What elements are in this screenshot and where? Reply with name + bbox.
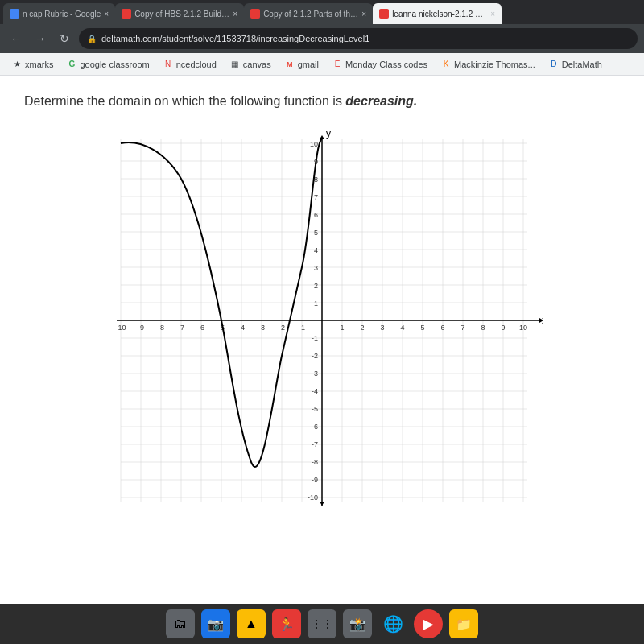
tab-bar: n cap Rubric - Google × Copy of HBS 2.1.… <box>0 0 644 24</box>
canvas-icon: ▦ <box>229 59 241 70</box>
svg-text:-2: -2 <box>279 324 285 332</box>
bookmarks-bar: ★ xmarks G google classroom N ncedcloud … <box>0 53 644 76</box>
svg-text:-4: -4 <box>312 387 318 395</box>
svg-text:-2: -2 <box>312 352 318 360</box>
tab-3[interactable]: Copy of 2.1.2 Parts of the brain × <box>244 3 373 24</box>
tab-2-icon <box>122 9 131 19</box>
tab-3-close[interactable]: × <box>361 10 366 19</box>
svg-text:1: 1 <box>314 299 318 308</box>
bookmark-google-classroom-label: google classroom <box>80 60 149 69</box>
x-axis-label: x <box>542 315 543 326</box>
bookmark-monday-class-codes-label: Monday Class codes <box>345 60 427 69</box>
address-bar-row: ← → ↻ 🔒 deltamath.com/student/solve/1153… <box>0 24 644 53</box>
bookmark-ncedcloud[interactable]: N ncedcloud <box>158 57 221 72</box>
bookmark-gmail-label: gmail <box>298 60 319 69</box>
bookmark-mackinzie-label: Mackinzie Thomas... <box>454 60 535 69</box>
svg-text:-1: -1 <box>312 334 318 342</box>
browser-chrome: n cap Rubric - Google × Copy of HBS 2.1.… <box>0 0 644 76</box>
bookmark-canvas-label: canvas <box>243 60 271 69</box>
bookmark-mackinzie[interactable]: K Mackinzie Thomas... <box>436 57 540 72</box>
mackinzie-icon: K <box>440 59 452 70</box>
lock-icon: 🔒 <box>87 35 97 43</box>
svg-text:-4: -4 <box>238 324 245 332</box>
question-text: Determine the domain on which the follow… <box>0 76 644 119</box>
svg-text:6: 6 <box>314 211 318 219</box>
graph-container: x y -10 -9 -8 -7 -6 -5 -4 -3 -2 -1 1 2 3… <box>0 119 644 522</box>
tab-1-icon <box>10 9 19 19</box>
tab-4-icon <box>379 9 389 19</box>
tab-4-label: leanna nickelson-2.1.2 Parts of <box>392 10 487 19</box>
svg-text:-6: -6 <box>312 423 318 431</box>
tab-1-label: n cap Rubric - Google <box>23 10 101 19</box>
back-button[interactable]: ← <box>6 29 26 48</box>
bookmark-ncedcloud-label: ncedcloud <box>176 60 217 69</box>
svg-text:-10: -10 <box>115 324 126 332</box>
svg-text:2: 2 <box>360 324 364 332</box>
svg-text:10: 10 <box>519 324 527 332</box>
xmarks-icon: ★ <box>11 59 23 70</box>
tab-2[interactable]: Copy of HBS 2.1.2 Build a Brain × <box>115 3 244 24</box>
refresh-button[interactable]: ↻ <box>55 29 74 48</box>
svg-text:5: 5 <box>420 324 424 332</box>
bookmark-google-classroom[interactable]: G google classroom <box>61 57 154 72</box>
address-bar[interactable]: 🔒 deltamath.com/student/solve/11533718/i… <box>79 28 638 49</box>
tab-3-label: Copy of 2.1.2 Parts of the brain <box>263 10 358 19</box>
svg-text:3: 3 <box>380 324 384 332</box>
tab-2-label: Copy of HBS 2.1.2 Build a Brain <box>134 10 229 19</box>
monday-class-codes-icon: E <box>332 59 343 70</box>
question-emphasis: decreasing. <box>345 94 417 108</box>
tab-3-icon <box>250 9 260 19</box>
tab-2-close[interactable]: × <box>233 10 237 19</box>
forward-button[interactable]: → <box>31 29 50 48</box>
taskbar-play-icon[interactable]: ▶ <box>414 609 443 638</box>
question-static: Determine the domain on which the follow… <box>24 94 345 108</box>
bookmark-deltamath-label: DeltaMath <box>562 60 602 69</box>
svg-text:-7: -7 <box>178 324 184 332</box>
gmail-icon: M <box>284 59 295 70</box>
svg-text:7: 7 <box>460 324 464 332</box>
svg-text:-3: -3 <box>258 324 265 332</box>
y-axis-label: y <box>326 128 331 139</box>
svg-text:9: 9 <box>501 324 505 332</box>
bookmark-xmarks-label: xmarks <box>25 60 53 69</box>
coordinate-graph: x y -10 -9 -8 -7 -6 -5 -4 -3 -2 -1 1 2 3… <box>101 127 543 514</box>
tab-1[interactable]: n cap Rubric - Google × <box>3 3 115 24</box>
svg-text:-6: -6 <box>198 324 204 332</box>
svg-text:-10: -10 <box>308 493 318 502</box>
bookmark-gmail[interactable]: M gmail <box>279 57 324 72</box>
svg-text:1: 1 <box>340 324 344 332</box>
bookmark-deltamath[interactable]: D DeltaMath <box>543 57 607 72</box>
svg-text:3: 3 <box>314 264 318 272</box>
bookmark-canvas[interactable]: ▦ canvas <box>225 57 276 72</box>
tab-4[interactable]: leanna nickelson-2.1.2 Parts of × <box>373 3 502 24</box>
deltamath-icon: D <box>548 59 559 70</box>
svg-text:4: 4 <box>314 246 318 254</box>
svg-text:8: 8 <box>481 324 485 332</box>
address-text: deltamath.com/student/solve/11533718/inc… <box>101 34 369 43</box>
taskbar-folder-icon[interactable]: 📁 <box>449 609 478 638</box>
tab-4-close[interactable]: × <box>490 10 495 19</box>
taskbar-chrome-icon[interactable]: 🌐 <box>378 609 407 638</box>
svg-text:-1: -1 <box>299 324 305 332</box>
taskbar-apps-icon[interactable]: ⋮⋮ <box>308 609 336 638</box>
svg-text:-3: -3 <box>312 369 318 378</box>
svg-text:-8: -8 <box>158 324 164 332</box>
svg-text:-9: -9 <box>312 476 318 484</box>
taskbar-screenshot-icon[interactable]: 📸 <box>343 609 372 638</box>
taskbar-files-icon[interactable]: 🗂 <box>166 609 195 638</box>
google-classroom-icon: G <box>66 59 77 70</box>
taskbar-run-icon[interactable]: 🏃 <box>272 609 301 638</box>
svg-text:-9: -9 <box>138 324 144 332</box>
svg-text:5: 5 <box>314 229 318 237</box>
svg-text:-7: -7 <box>312 440 318 448</box>
taskbar: 🗂 📷 ▲ 🏃 ⋮⋮ 📸 🌐 ▶ 📁 <box>0 604 644 644</box>
bookmark-monday-class-codes[interactable]: E Monday Class codes <box>327 57 432 72</box>
svg-text:10: 10 <box>310 140 318 148</box>
ncedcloud-icon: N <box>163 59 174 70</box>
taskbar-camera-icon[interactable]: 📷 <box>201 609 230 638</box>
bookmark-xmarks[interactable]: ★ xmarks <box>6 57 58 72</box>
page-content: Determine the domain on which the follow… <box>0 76 644 604</box>
svg-text:-5: -5 <box>312 405 318 413</box>
taskbar-drive-icon[interactable]: ▲ <box>237 609 266 638</box>
tab-1-close[interactable]: × <box>104 10 109 19</box>
